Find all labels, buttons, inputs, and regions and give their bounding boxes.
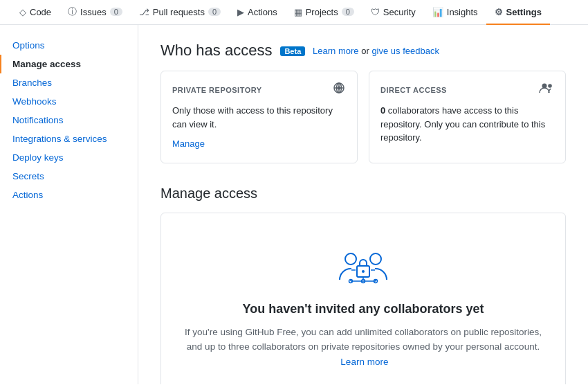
private-card-desc: Only those with access to this repositor… [172, 104, 346, 131]
direct-card-desc-after: collaborators have access to this reposi… [380, 105, 545, 143]
nav-item-security[interactable]: 🛡 Security [362, 0, 424, 25]
sidebar-item-branches[interactable]: Branches [0, 73, 138, 92]
svg-point-8 [370, 253, 381, 265]
svg-point-10 [362, 270, 365, 273]
insights-icon: 📊 [432, 7, 443, 17]
code-icon: ◇ [19, 7, 26, 17]
pull-request-icon: ⎇ [139, 7, 149, 17]
projects-badge: 0 [342, 8, 354, 16]
who-has-access-heading: Who has access Beta Learn more or give u… [160, 42, 566, 60]
settings-icon: ⚙ [495, 7, 503, 17]
direct-access-card: DIRECT ACCESS 0 collaborators have acces… [369, 71, 566, 163]
svg-point-4 [338, 87, 341, 90]
nav-insights-label: Insights [447, 7, 478, 17]
no-collaborators-heading: You haven't invited any collaborators ye… [178, 302, 549, 316]
svg-point-6 [548, 84, 552, 88]
nav-actions-label: Actions [248, 7, 277, 17]
sidebar-item-actions[interactable]: Actions [0, 186, 138, 204]
beta-badge: Beta [280, 46, 305, 56]
nav-issues-label: Issues [80, 7, 107, 17]
nav-item-pull-requests[interactable]: ⎇ Pull requests 0 [131, 0, 229, 25]
invite-collaborators-icon [336, 247, 391, 288]
issues-icon: ⓘ [68, 6, 77, 18]
sidebar-item-options[interactable]: Options [0, 36, 138, 55]
nav-security-label: Security [383, 7, 416, 17]
sidebar-item-webhooks[interactable]: Webhooks [0, 92, 138, 111]
private-card-label: PRIVATE REPOSITORY [172, 86, 262, 94]
page-layout: Options Manage access Branches Webhooks … [0, 25, 588, 384]
or-text: or [361, 46, 369, 56]
private-repo-icon [332, 82, 346, 97]
nav-item-settings[interactable]: ⚙ Settings [486, 0, 550, 25]
top-navigation: ◇ Code ⓘ Issues 0 ⎇ Pull requests 0 ▶ Ac… [0, 0, 588, 25]
sidebar-item-notifications[interactable]: Notifications [0, 111, 138, 129]
private-repo-card: PRIVATE REPOSITORY Only those with acces… [160, 71, 358, 163]
main-content: Who has access Beta Learn more or give u… [138, 25, 588, 384]
nav-item-projects[interactable]: ▦ Projects 0 [286, 0, 362, 25]
manage-learn-more-link[interactable]: Learn more [340, 357, 388, 367]
nav-item-issues[interactable]: ⓘ Issues 0 [59, 0, 131, 25]
manage-access-title: Manage access [160, 186, 566, 202]
who-has-access-title: Who has access [160, 42, 272, 60]
sidebar-item-deploy-keys[interactable]: Deploy keys [0, 148, 138, 167]
pull-requests-badge: 0 [208, 8, 221, 16]
direct-card-desc: 0 collaborators have access to this repo… [380, 104, 554, 145]
no-collaborators-description: If you're using GitHub Free, you can add… [183, 325, 543, 370]
no-collaborators-desc-text: If you're using GitHub Free, you can add… [185, 327, 542, 352]
collaborator-count: 0 [380, 105, 385, 116]
collaborators-empty-state: You haven't invited any collaborators ye… [160, 213, 566, 385]
give-feedback-link[interactable]: give us feedback [371, 46, 439, 56]
nav-pull-requests-label: Pull requests [153, 7, 205, 17]
access-cards: PRIVATE REPOSITORY Only those with acces… [160, 71, 566, 163]
nav-item-code[interactable]: ◇ Code [11, 0, 59, 25]
private-card-header: PRIVATE REPOSITORY [172, 82, 346, 97]
issues-badge: 0 [110, 8, 122, 16]
manage-link[interactable]: Manage [172, 138, 205, 149]
sidebar-item-integrations-services[interactable]: Integrations & services [0, 129, 138, 148]
learn-more-link[interactable]: Learn more [313, 46, 358, 56]
actions-icon: ▶ [237, 7, 244, 17]
nav-settings-label: Settings [506, 7, 542, 17]
collaborators-icon [539, 82, 554, 97]
projects-icon: ▦ [294, 7, 302, 17]
nav-item-insights[interactable]: 📊 Insights [424, 0, 486, 25]
nav-item-actions[interactable]: ▶ Actions [229, 0, 286, 25]
direct-card-header: DIRECT ACCESS [380, 82, 554, 97]
svg-point-7 [345, 253, 356, 265]
sidebar: Options Manage access Branches Webhooks … [0, 25, 138, 384]
nav-projects-label: Projects [306, 7, 338, 17]
direct-card-label: DIRECT ACCESS [380, 86, 447, 94]
beta-links: Beta Learn more or give us feedback [280, 46, 439, 56]
security-icon: 🛡 [371, 7, 380, 17]
sidebar-item-manage-access[interactable]: Manage access [0, 55, 138, 73]
sidebar-item-secrets[interactable]: Secrets [0, 167, 138, 186]
nav-code-label: Code [30, 7, 51, 17]
